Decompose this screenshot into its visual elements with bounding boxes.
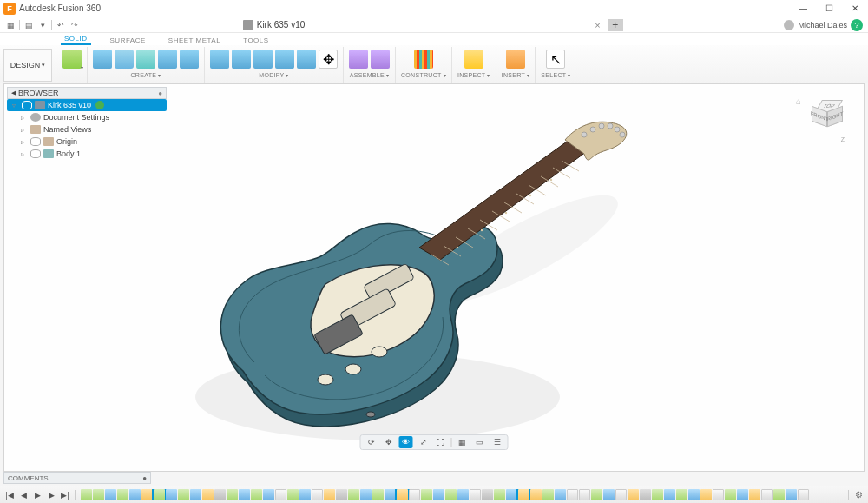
- browser-root-node[interactable]: ▿ Kirk 635 v10: [7, 99, 167, 111]
- insert-group-label[interactable]: INSERT: [502, 72, 530, 78]
- timeline-feature[interactable]: [324, 489, 335, 500]
- timeline-feature[interactable]: [166, 489, 177, 500]
- browser-node-origin[interactable]: ▹ Origin: [7, 136, 167, 148]
- select-group-label[interactable]: SELECT: [541, 72, 570, 78]
- timeline-feature[interactable]: [287, 489, 299, 500]
- timeline-feature[interactable]: [275, 489, 286, 500]
- joint-button[interactable]: [349, 50, 368, 69]
- timeline-feature[interactable]: [433, 489, 444, 500]
- pin-icon[interactable]: ●: [158, 89, 162, 97]
- fillet-button[interactable]: [232, 50, 251, 69]
- timeline-start-button[interactable]: |◀: [3, 489, 16, 501]
- zoom-button[interactable]: ⤢: [417, 436, 431, 448]
- extrude-button[interactable]: [93, 50, 112, 69]
- grid-settings-button[interactable]: ▭: [473, 436, 487, 448]
- timeline-feature[interactable]: [518, 489, 529, 500]
- timeline-feature[interactable]: [421, 489, 432, 500]
- timeline-feature[interactable]: [348, 489, 359, 500]
- browser-node-body[interactable]: ▹ Body 1: [7, 148, 167, 160]
- timeline-feature[interactable]: [312, 489, 323, 500]
- timeline-feature[interactable]: [482, 489, 493, 500]
- user-name[interactable]: Michael Dales: [798, 21, 847, 30]
- timeline-feature[interactable]: [798, 489, 809, 500]
- timeline-feature[interactable]: [470, 489, 481, 500]
- shell-button[interactable]: [253, 50, 273, 69]
- timeline-feature[interactable]: [214, 489, 226, 500]
- timeline-feature[interactable]: [360, 489, 372, 500]
- timeline-feature[interactable]: [93, 489, 104, 500]
- tab-solid[interactable]: SOLID: [61, 34, 91, 45]
- new-tab-button[interactable]: +: [608, 19, 623, 31]
- timeline-feature[interactable]: [494, 489, 505, 500]
- assemble-group-label[interactable]: ASSEMBLE: [350, 72, 389, 78]
- timeline-forward-button[interactable]: ▶: [45, 489, 57, 501]
- timeline-feature[interactable]: [506, 489, 517, 500]
- split-button[interactable]: [297, 50, 316, 69]
- guitar-model[interactable]: [152, 84, 655, 458]
- timeline-feature[interactable]: [749, 489, 760, 500]
- timeline-feature[interactable]: [190, 489, 201, 500]
- timeline-feature[interactable]: [628, 489, 639, 500]
- measure-button[interactable]: [464, 50, 483, 69]
- timeline-feature[interactable]: [615, 489, 627, 500]
- viewport-layout-button[interactable]: ☰: [490, 436, 504, 448]
- timeline-feature[interactable]: [202, 489, 214, 500]
- timeline-end-button[interactable]: ▶|: [59, 489, 71, 501]
- workspace-switcher[interactable]: DESIGN▾: [3, 49, 52, 82]
- timeline-feature[interactable]: [105, 489, 116, 500]
- timeline-feature[interactable]: [141, 489, 153, 500]
- construct-plane-button[interactable]: [414, 50, 433, 69]
- window-close-button[interactable]: ✕: [842, 0, 868, 17]
- browser-node-document-settings[interactable]: ▹ Document Settings: [7, 111, 167, 123]
- user-avatar[interactable]: [784, 20, 794, 30]
- browser-node-named-views[interactable]: ▹ Named Views: [7, 123, 167, 136]
- timeline-feature[interactable]: [457, 489, 469, 500]
- timeline-feature[interactable]: [530, 489, 542, 500]
- timeline-feature[interactable]: [445, 489, 457, 500]
- browser-header[interactable]: ◀ BROWSER ●: [7, 87, 167, 99]
- move-button[interactable]: ✥: [319, 50, 338, 69]
- data-panel-button[interactable]: ▦: [3, 18, 17, 32]
- home-view-button[interactable]: ⌂: [796, 96, 801, 106]
- timeline-play-button[interactable]: ▶: [31, 489, 43, 501]
- help-button[interactable]: ?: [851, 19, 863, 31]
- timeline-feature[interactable]: [239, 489, 250, 500]
- timeline-feature[interactable]: [652, 489, 663, 500]
- timeline-feature[interactable]: [555, 489, 566, 500]
- timeline-feature[interactable]: [542, 489, 554, 500]
- undo-button[interactable]: ↶: [54, 18, 68, 32]
- timeline-strip[interactable]: [79, 489, 845, 500]
- timeline-feature[interactable]: [591, 489, 602, 500]
- timeline-feature[interactable]: [154, 489, 165, 500]
- timeline-feature[interactable]: [385, 489, 396, 500]
- inspect-group-label[interactable]: INSPECT: [457, 72, 490, 78]
- modify-group-label[interactable]: MODIFY: [259, 72, 288, 78]
- tab-close-button[interactable]: ×: [595, 20, 600, 30]
- document-tab[interactable]: Kirk 635 v10 × +: [82, 19, 784, 31]
- timeline-feature[interactable]: [227, 489, 238, 500]
- timeline-feature[interactable]: [336, 489, 347, 500]
- timeline-settings-button[interactable]: ⚙: [852, 489, 865, 501]
- timeline-feature[interactable]: [786, 489, 797, 500]
- select-button[interactable]: ↖: [546, 50, 565, 69]
- tab-tools[interactable]: TOOLS: [240, 36, 272, 45]
- timeline-feature[interactable]: [700, 489, 712, 500]
- timeline-feature[interactable]: [579, 489, 590, 500]
- timeline-feature[interactable]: [178, 489, 189, 500]
- revolve-button[interactable]: [115, 50, 134, 69]
- timeline-feature[interactable]: [737, 489, 748, 500]
- combine-button[interactable]: [275, 50, 294, 69]
- loft-button[interactable]: [158, 50, 177, 69]
- save-button[interactable]: ▾: [36, 18, 49, 32]
- timeline-feature[interactable]: [409, 489, 420, 500]
- create-sketch-button[interactable]: ▾: [62, 50, 82, 69]
- comments-panel[interactable]: COMMENTS ●: [3, 472, 151, 484]
- timeline-back-button[interactable]: ◀: [17, 489, 30, 501]
- box-button[interactable]: [180, 50, 199, 69]
- file-menu-button[interactable]: ▤: [22, 18, 36, 32]
- construct-group-label[interactable]: CONSTRUCT: [401, 72, 446, 78]
- window-minimize-button[interactable]: —: [790, 0, 816, 17]
- press-pull-button[interactable]: [210, 50, 229, 69]
- view-cube[interactable]: TOP FRONT RIGHT: [805, 96, 846, 138]
- timeline-feature[interactable]: [251, 489, 262, 500]
